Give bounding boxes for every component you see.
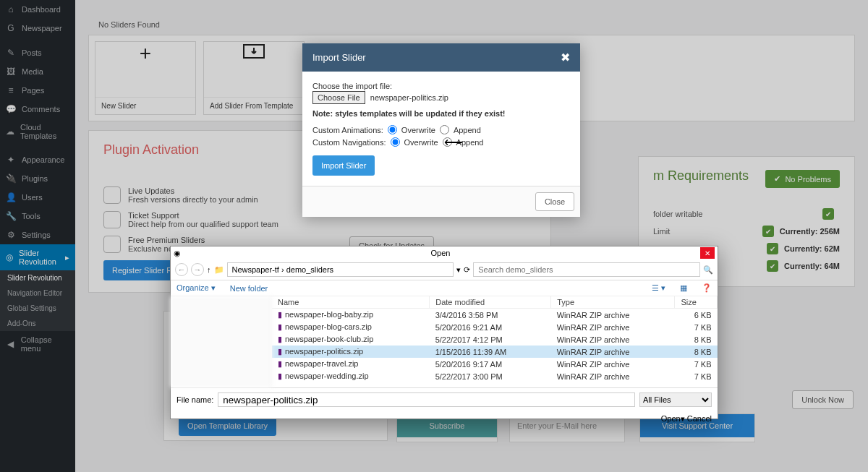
dialog-navbar: ← → ↑ 📁 ▾ ⟳ 🔍 [171, 259, 718, 280]
animations-overwrite-radio[interactable] [388, 125, 397, 134]
help-icon[interactable]: ❓ [702, 283, 712, 293]
zip-icon: ▮ [278, 310, 282, 319]
custom-navigations-label: Custom Navigations: [312, 138, 386, 147]
file-filter-select[interactable]: All Files [639, 392, 712, 407]
import-slider-modal: Import Slider ✖ Choose the import file: … [302, 43, 580, 217]
custom-animations-row: Custom Animations: Overwrite Append [312, 125, 570, 134]
open-button[interactable]: Open▾ [661, 414, 685, 423]
close-icon[interactable]: ✖ [561, 51, 570, 64]
file-row[interactable]: ▮newspaper-politics.zip1/15/2016 11:39 A… [272, 346, 718, 358]
modal-close-button[interactable]: Close [535, 192, 574, 211]
chrome-icon: ◉ [174, 249, 181, 258]
search-input[interactable] [473, 262, 700, 277]
nav-back-button[interactable]: ← [175, 263, 188, 276]
search-icon[interactable]: 🔍 [703, 265, 713, 275]
choose-file-label: Choose the import file: [312, 82, 570, 90]
custom-animations-label: Custom Animations: [312, 126, 383, 134]
annotation-arrow: ⟵ [444, 134, 463, 150]
overwrite-label: Overwrite [401, 126, 435, 134]
filename-input[interactable] [218, 392, 635, 407]
dialog-close-button[interactable]: ✕ [700, 247, 715, 259]
modal-header: Import Slider ✖ [302, 43, 580, 72]
organize-menu[interactable]: Organize ▾ [176, 283, 216, 293]
file-row[interactable]: ▮newspaper-travel.zip5/20/2016 9:17 AMWi… [272, 358, 718, 370]
filename-label: File name: [176, 395, 213, 404]
dialog-toolbar: Organize ▾ New folder ☰ ▾ ▦ ❓ [171, 280, 718, 296]
import-note: Note: styles templates will be updated i… [312, 109, 570, 118]
col-name[interactable]: Name [272, 296, 430, 309]
navigations-overwrite-radio[interactable] [391, 137, 400, 147]
new-folder-button[interactable]: New folder [230, 284, 268, 293]
file-row[interactable]: ▮newspaper-wedding.zip5/22/2017 3:00 PMW… [272, 370, 718, 382]
custom-navigations-row: Custom Navigations: Overwrite Append [312, 137, 570, 147]
zip-icon: ▮ [278, 322, 282, 331]
open-dropdown-icon[interactable]: ▾ [681, 414, 685, 423]
path-input[interactable] [227, 262, 454, 277]
folder-icon: 📁 [214, 265, 224, 275]
file-row[interactable]: ▮newspaper-blog-baby.zip3/4/2016 3:58 PM… [272, 309, 718, 322]
dialog-titlebar: ◉ Open ✕ [171, 246, 718, 259]
zip-icon: ▮ [278, 359, 282, 368]
col-size[interactable]: Size [675, 296, 718, 309]
cancel-button[interactable]: Cancel [687, 414, 712, 423]
overwrite-label-2: Overwrite [404, 138, 438, 147]
file-row[interactable]: ▮newspaper-blog-cars.zip5/20/2016 9:21 A… [272, 321, 718, 333]
refresh-icon[interactable]: ⟳ [464, 265, 470, 275]
nav-forward-button[interactable]: → [191, 263, 204, 276]
file-list: Name Date modified Type Size ▮newspaper-… [272, 296, 718, 387]
nav-up-button[interactable]: ↑ [207, 265, 211, 274]
folder-tree[interactable] [171, 296, 272, 387]
col-date[interactable]: Date modified [430, 296, 551, 309]
chosen-file-name: newspaper-politics.zip [370, 93, 448, 102]
choose-file-button[interactable]: Choose File [312, 91, 365, 104]
animations-append-radio[interactable] [440, 125, 449, 134]
file-open-dialog: ◉ Open ✕ ← → ↑ 📁 ▾ ⟳ 🔍 Organize ▾ New fo… [170, 246, 718, 419]
modal-title: Import Slider [312, 52, 366, 63]
view-list-icon[interactable]: ☰ ▾ [652, 283, 665, 293]
zip-icon: ▮ [278, 335, 282, 343]
append-label: Append [454, 126, 481, 134]
dialog-bottom: File name: All Files [171, 387, 718, 411]
dropdown-icon[interactable]: ▾ [456, 265, 461, 275]
dialog-title: Open [431, 249, 451, 257]
import-slider-button[interactable]: Import Slider [312, 155, 375, 176]
view-details-icon[interactable]: ▦ [680, 283, 687, 293]
zip-icon: ▮ [278, 347, 282, 356]
zip-icon: ▮ [278, 372, 282, 380]
file-row[interactable]: ▮newspaper-book-club.zip5/22/2017 4:12 P… [272, 333, 718, 346]
col-type[interactable]: Type [551, 296, 675, 309]
